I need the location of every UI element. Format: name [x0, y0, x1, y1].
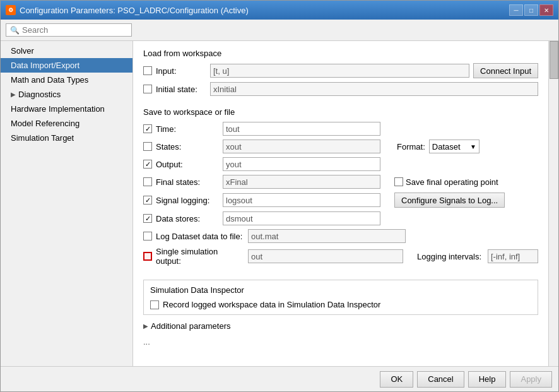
- data-stores-field[interactable]: [223, 211, 380, 225]
- additional-params-arrow-icon: ▶: [143, 323, 148, 330]
- main-window: ⚙ Configuration Parameters: PSO_LADRC/Co…: [0, 0, 559, 392]
- time-label: Time:: [156, 124, 219, 134]
- save-final-wrapper: Save final operating point: [394, 177, 498, 187]
- close-button[interactable]: ✕: [539, 4, 553, 16]
- input-row: Input: Connect Input: [143, 63, 538, 78]
- output-label: Output:: [156, 160, 219, 169]
- window-title: Configuration Parameters: PSO_LADRC/Conf…: [20, 6, 249, 15]
- save-to-workspace-title: Save to workspace or file: [143, 107, 538, 117]
- initial-state-label: Initial state:: [156, 85, 206, 94]
- scrollbar-thumb[interactable]: [550, 41, 558, 79]
- input-label: Input:: [156, 66, 206, 76]
- signal-logging-field[interactable]: [223, 193, 380, 207]
- output-row: Output:: [143, 157, 538, 171]
- sidebar: Solver Data Import/Export Math and Data …: [1, 41, 133, 366]
- main-content: Solver Data Import/Export Math and Data …: [1, 41, 558, 366]
- minimize-button[interactable]: ─: [509, 4, 523, 16]
- log-dataset-label: Log Dataset data to file:: [156, 232, 244, 241]
- final-states-row: Final states: Save final operating point: [143, 175, 538, 189]
- states-row: States: Format: Dataset ▼: [143, 140, 538, 153]
- record-logged-checkbox[interactable]: [150, 300, 159, 309]
- format-label: Format:: [397, 142, 425, 151]
- connect-input-button[interactable]: Connect Input: [473, 63, 538, 78]
- logging-intervals-label: Logging intervals:: [417, 252, 481, 261]
- window-controls: ─ □ ✕: [509, 4, 553, 16]
- data-stores-row: Data stores:: [143, 211, 538, 225]
- logging-intervals-field[interactable]: [488, 249, 538, 263]
- time-field[interactable]: [223, 122, 380, 136]
- final-states-field[interactable]: [223, 175, 380, 189]
- single-sim-output-label: Single simulation output:: [156, 247, 244, 266]
- search-input[interactable]: [22, 25, 123, 35]
- record-logged-row: Record logged workspace data in Simulati…: [150, 300, 531, 309]
- time-checkbox[interactable]: [143, 124, 152, 133]
- bottom-bar: OK Cancel Help Apply: [1, 366, 558, 391]
- sidebar-item-hardware-implementation[interactable]: Hardware Implementation: [1, 102, 132, 116]
- sidebar-item-diagnostics[interactable]: ▶ Diagnostics: [1, 87, 132, 102]
- data-stores-checkbox[interactable]: [143, 214, 152, 223]
- data-stores-label: Data stores:: [156, 214, 219, 223]
- save-final-checkbox[interactable]: [394, 177, 403, 186]
- log-dataset-field[interactable]: [248, 229, 406, 243]
- apply-button[interactable]: Apply: [510, 371, 552, 388]
- signal-logging-checkbox[interactable]: [143, 196, 152, 205]
- initial-state-checkbox[interactable]: [143, 85, 152, 93]
- simulation-data-inspector-section: Simulation Data Inspector Record logged …: [143, 280, 538, 315]
- title-bar: ⚙ Configuration Parameters: PSO_LADRC/Co…: [1, 1, 558, 20]
- content-scroll: Load from workspace Input: Connect Input…: [133, 41, 558, 366]
- search-bar: 🔍: [1, 20, 558, 41]
- help-button[interactable]: Help: [468, 371, 507, 388]
- content-area: Load from workspace Input: Connect Input…: [133, 41, 548, 366]
- output-field[interactable]: [223, 157, 380, 171]
- additional-params-label: Additional parameters: [151, 321, 230, 331]
- sidebar-item-data-import-export[interactable]: Data Import/Export: [1, 58, 132, 73]
- sidebar-item-model-referencing[interactable]: Model Referencing: [1, 116, 132, 131]
- signal-logging-row: Signal logging: Configure Signals to Log…: [143, 193, 538, 208]
- load-from-workspace-title: Load from workspace: [143, 49, 538, 58]
- scrollbar-track[interactable]: [548, 41, 558, 366]
- cancel-button[interactable]: Cancel: [417, 371, 464, 388]
- save-final-label: Save final operating point: [406, 177, 498, 187]
- sidebar-item-math-data-types[interactable]: Math and Data Types: [1, 73, 132, 87]
- input-checkbox[interactable]: [143, 66, 152, 75]
- configure-signals-button[interactable]: Configure Signals to Log...: [394, 193, 505, 208]
- maximize-button[interactable]: □: [524, 4, 538, 16]
- states-label: States:: [156, 142, 219, 151]
- input-field[interactable]: [210, 64, 469, 78]
- states-checkbox[interactable]: [143, 142, 152, 151]
- record-logged-label: Record logged workspace data in Simulati…: [163, 300, 380, 309]
- chevron-right-icon: ▶: [11, 91, 16, 98]
- final-states-label: Final states:: [156, 177, 219, 187]
- time-row: Time:: [143, 122, 538, 136]
- single-sim-output-row: Single simulation output: Logging interv…: [143, 247, 538, 266]
- sidebar-item-solver[interactable]: Solver: [1, 44, 132, 58]
- sidebar-item-simulation-target[interactable]: Simulation Target: [1, 131, 132, 145]
- app-icon: ⚙: [6, 5, 16, 15]
- format-value: Dataset: [432, 142, 470, 151]
- search-box: 🔍: [6, 23, 132, 37]
- final-states-checkbox[interactable]: [143, 177, 152, 186]
- format-dropdown-icon[interactable]: ▼: [470, 143, 476, 150]
- single-sim-output-checkbox[interactable]: [143, 252, 152, 261]
- states-field[interactable]: [223, 140, 380, 153]
- search-icon: 🔍: [10, 26, 20, 35]
- ellipsis: ...: [143, 337, 538, 347]
- additional-params[interactable]: ▶ Additional parameters: [143, 321, 538, 331]
- output-checkbox[interactable]: [143, 160, 152, 169]
- simulation-data-inspector-title: Simulation Data Inspector: [150, 285, 531, 295]
- log-dataset-checkbox[interactable]: [143, 232, 152, 241]
- initial-state-row: Initial state:: [143, 82, 538, 96]
- initial-state-field[interactable]: [210, 82, 538, 96]
- ok-button[interactable]: OK: [380, 371, 413, 388]
- format-select-wrapper: Dataset ▼: [429, 140, 480, 153]
- log-dataset-row: Log Dataset data to file:: [143, 229, 538, 243]
- signal-logging-label: Signal logging:: [156, 196, 219, 205]
- single-sim-output-field[interactable]: [248, 249, 403, 263]
